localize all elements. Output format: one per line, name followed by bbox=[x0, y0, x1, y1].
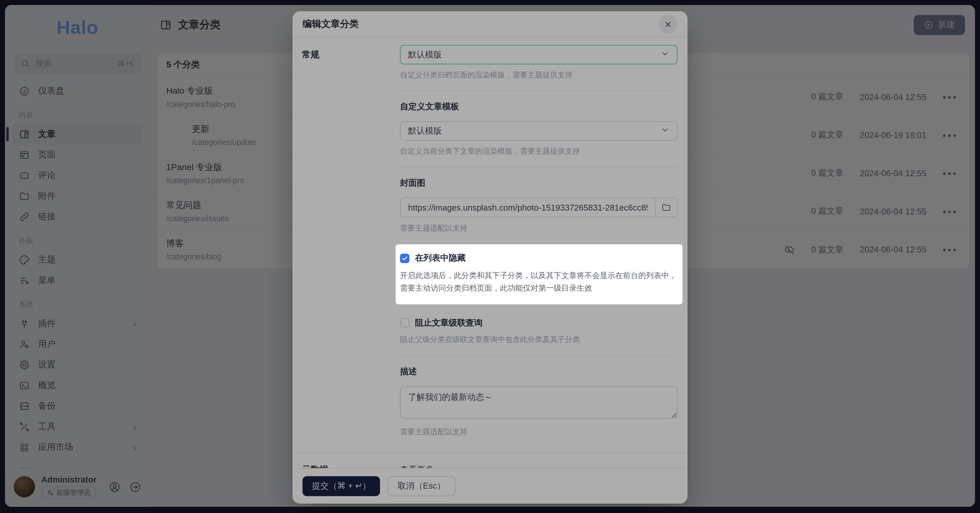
hide-in-list-field: 在列表中隐藏 开启此选项后，此分类和其下子分类，以及其下文章将不会显示在前台的列… bbox=[396, 245, 682, 304]
hide-in-list-checkbox[interactable] bbox=[400, 253, 409, 263]
hide-in-list-label: 在列表中隐藏 bbox=[415, 253, 466, 264]
screen: Halo 搜索 ⌘+K 仪表盘内容文章页面评论附件链接外观主题菜单系统插件›用户… bbox=[0, 0, 980, 513]
hide-in-list-desc: 开启此选项后，此分类和其下子分类，以及其下文章将不会显示在前台的列表中，需要主动… bbox=[400, 269, 678, 295]
check-icon bbox=[401, 255, 408, 262]
